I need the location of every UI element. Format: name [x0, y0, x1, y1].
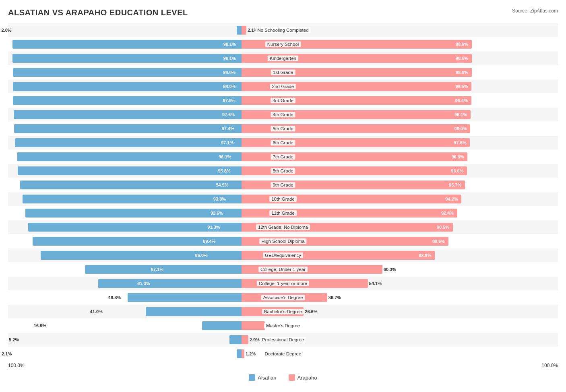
bar-right	[242, 335, 248, 344]
bar-row: 98.1%Kindergarten98.6%	[8, 51, 558, 65]
legend-color-arapaho	[289, 374, 295, 381]
bar-left	[12, 54, 242, 63]
left-section: 97.6%	[8, 108, 242, 121]
bar-right	[242, 68, 472, 77]
right-section: 90.5%	[242, 220, 475, 234]
left-section: 97.9%	[8, 94, 242, 107]
bar-right	[242, 26, 246, 35]
bar-left	[14, 124, 242, 133]
bar-left	[202, 321, 242, 330]
val-left-inside: 98.0%	[223, 84, 235, 89]
val-right-inside: 98.6%	[456, 56, 468, 61]
bar-right	[242, 110, 471, 119]
right-section: 54.1%	[242, 277, 475, 290]
val-right-inside: 97.8%	[454, 140, 466, 145]
right-section: 2.9%	[242, 333, 475, 347]
legend-color-alsatian	[249, 374, 255, 381]
chart-container: ALSATIAN VS ARAPAHO EDUCATION LEVEL Sour…	[8, 8, 558, 381]
bar-row: 61.3%College, 1 year or more54.1%	[8, 277, 558, 290]
right-section: 60.3%	[242, 263, 475, 276]
chart-title: ALSATIAN VS ARAPAHO EDUCATION LEVEL	[8, 8, 188, 17]
bar-row: 97.9%3rd Grade98.4%	[8, 94, 558, 107]
val-left-outside: 2.0%	[2, 28, 12, 33]
left-section: 61.3%	[8, 277, 242, 290]
left-section: 86.0%	[8, 248, 242, 262]
right-section: 97.8%	[242, 136, 475, 150]
bar-right	[242, 251, 435, 260]
left-section: 91.3%	[8, 220, 242, 234]
bar-left	[13, 68, 242, 77]
bar-left	[237, 26, 242, 35]
val-right-inside: 95.7%	[449, 183, 461, 187]
left-section: 48.8%	[8, 291, 242, 304]
bar-row: 41.0%Bachelor's Degree26.6%	[8, 305, 558, 318]
chart-source: Source: ZipAtlas.com	[512, 8, 558, 14]
left-section: 2.1%	[8, 347, 242, 361]
val-left-inside: 97.4%	[222, 126, 234, 131]
bottom-labels: 100.0% 100.0%	[8, 363, 558, 368]
bar-right	[242, 279, 368, 288]
bar-row: 86.0%GED/Equivalency82.8%	[8, 248, 558, 262]
left-section: 98.0%	[8, 66, 242, 79]
right-section: 82.8%	[242, 248, 475, 262]
bar-row: 67.1%College, Under 1 year60.3%	[8, 263, 558, 276]
left-section: 67.1%	[8, 263, 242, 276]
val-right-outside: 60.3%	[384, 267, 396, 272]
bar-right	[242, 237, 448, 246]
val-left-inside: 67.1%	[151, 267, 163, 272]
bar-left	[18, 166, 242, 175]
val-right-inside: 98.6%	[456, 42, 468, 47]
bar-row: 2.0%No Schooling Completed2.1%	[8, 23, 558, 37]
bar-row: 98.0%2nd Grade98.5%	[8, 80, 558, 93]
legend-item-alsatian: Alsatian	[249, 374, 276, 381]
left-section: 97.1%	[8, 136, 242, 150]
left-section: 5.2%	[8, 333, 242, 347]
bar-right	[242, 152, 467, 161]
val-left-inside: 97.9%	[223, 98, 235, 103]
left-section: 95.8%	[8, 164, 242, 178]
val-left-inside: 98.0%	[223, 70, 235, 75]
bar-row: 5.2%Professional Degree2.9%	[8, 333, 558, 347]
bar-right	[242, 209, 457, 218]
val-right-inside: 94.2%	[445, 197, 458, 201]
right-section: 98.1%	[242, 108, 475, 121]
val-left-outside: 41.0%	[90, 309, 103, 314]
bar-left	[14, 110, 242, 119]
bottom-right-label: 100.0%	[541, 363, 558, 368]
val-right-inside: 82.8%	[419, 253, 431, 258]
right-section: 98.6%	[242, 37, 475, 51]
right-section: 36.7%	[242, 291, 475, 304]
legend: Alsatian Arapaho	[8, 374, 558, 381]
val-right-outside: 2.9%	[250, 337, 260, 342]
val-right-outside: 36.7%	[328, 295, 341, 300]
val-left-inside: 61.3%	[137, 281, 150, 286]
bar-row: 16.9%Master's Degree10.0%	[8, 319, 558, 332]
val-left-inside: 91.3%	[207, 225, 220, 230]
val-left-inside: 98.1%	[223, 56, 236, 61]
bar-left	[17, 152, 242, 161]
left-section: 98.1%	[8, 51, 242, 65]
bar-row: 95.8%8th Grade96.6%	[8, 164, 558, 178]
bar-left	[15, 138, 242, 147]
bar-right	[242, 223, 453, 232]
val-left-inside: 97.6%	[222, 112, 235, 117]
val-left-inside: 92.6%	[211, 211, 223, 215]
bar-right	[242, 54, 472, 63]
left-section: 93.8%	[8, 192, 242, 206]
bar-right	[242, 181, 465, 189]
bar-left	[13, 82, 242, 91]
right-section: 94.2%	[242, 192, 475, 206]
bar-row: 98.0%1st Grade98.6%	[8, 66, 558, 79]
right-section: 26.6%	[242, 305, 475, 318]
val-right-inside: 98.5%	[455, 84, 468, 89]
bar-right	[242, 293, 327, 302]
bar-row: 92.6%11th Grade92.4%	[8, 206, 558, 220]
val-left-inside: 86.0%	[195, 253, 208, 258]
bar-left	[237, 349, 242, 358]
right-section: 88.6%	[242, 234, 475, 248]
bar-row: 48.8%Associate's Degree36.7%	[8, 291, 558, 304]
bar-row: 96.1%7th Grade96.8%	[8, 150, 558, 164]
val-right-inside: 98.1%	[454, 112, 467, 117]
bar-left	[13, 96, 242, 105]
left-section: 89.4%	[8, 234, 242, 248]
